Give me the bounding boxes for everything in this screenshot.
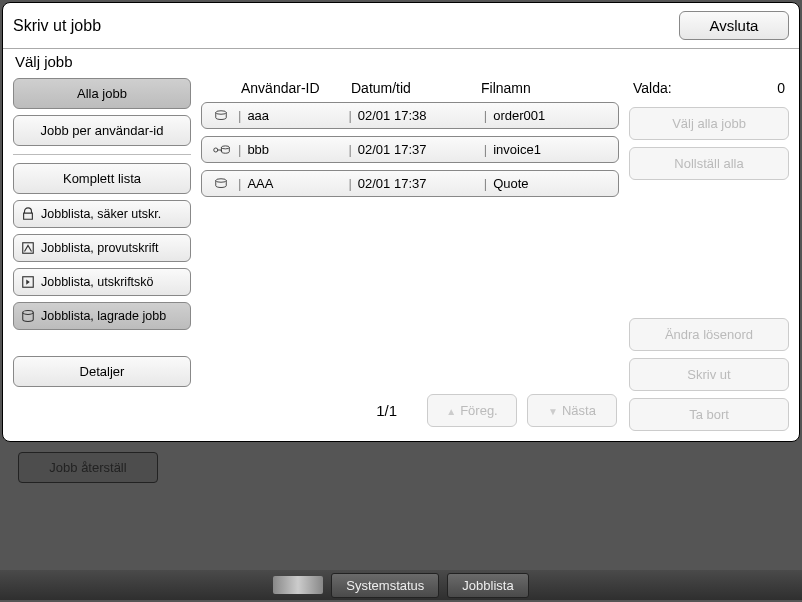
left-sidebar: Alla jobb Jobb per användar-id Komplett … xyxy=(13,78,191,431)
reset-all-button[interactable]: Nollställ alla xyxy=(629,147,789,180)
cell-divider: | xyxy=(238,142,241,157)
titlebar: Skriv ut jobb Avsluta xyxy=(3,3,799,49)
cell-file: order001 xyxy=(493,108,610,123)
svg-point-6 xyxy=(216,178,227,182)
job-row[interactable]: | bbb | 02/01 17:37 | invoice1 xyxy=(201,136,619,163)
delete-button[interactable]: Ta bort xyxy=(629,398,789,431)
filter-label: Jobblista, provutskrift xyxy=(41,241,158,255)
cell-divider: | xyxy=(484,142,487,157)
job-list-button[interactable]: Jobblista xyxy=(447,573,528,598)
cell-divider: | xyxy=(238,176,241,191)
filter-stored-jobs[interactable]: Jobblista, lagrade jobb xyxy=(13,302,191,330)
cell-file: Quote xyxy=(493,176,610,191)
triangle-up-icon: ▲ xyxy=(446,406,456,417)
queue-icon xyxy=(20,274,36,290)
bottom-bar: Systemstatus Jobblista xyxy=(0,570,802,600)
filter-print-queue[interactable]: Jobblista, utskriftskö xyxy=(13,268,191,296)
cell-divider: | xyxy=(484,176,487,191)
filter-label: Jobblista, säker utskr. xyxy=(41,207,161,221)
window-title: Skriv ut jobb xyxy=(13,17,101,35)
filter-label: Jobblista, lagrade jobb xyxy=(41,309,166,323)
cell-divider: | xyxy=(484,108,487,123)
selected-count: 0 xyxy=(777,80,785,96)
page-indicator: 1/1 xyxy=(376,402,397,419)
cell-date: 02/01 17:37 xyxy=(358,142,478,157)
select-all-button[interactable]: Välj alla jobb xyxy=(629,107,789,140)
column-headers: Användar-ID Datum/tid Filnamn xyxy=(201,78,619,102)
disc-icon xyxy=(210,109,232,123)
cell-divider: | xyxy=(348,176,351,191)
job-row[interactable]: | aaa | 02/01 17:38 | order001 xyxy=(201,102,619,129)
right-panel: Valda: 0 Välj alla jobb Nollställ alla Ä… xyxy=(629,78,789,431)
exit-button[interactable]: Avsluta xyxy=(679,11,789,40)
cell-user: AAA xyxy=(247,176,342,191)
pager: 1/1 ▲Föreg. ▼Nästa xyxy=(201,390,619,431)
print-button[interactable]: Skriv ut xyxy=(629,358,789,391)
header-date-time: Datum/tid xyxy=(351,80,481,96)
cell-user: bbb xyxy=(247,142,342,157)
content-area: Alla jobb Jobb per användar-id Komplett … xyxy=(3,72,799,441)
job-reset-button[interactable]: Jobb återställ xyxy=(18,452,158,483)
cell-divider: | xyxy=(238,108,241,123)
header-filename: Filnamn xyxy=(481,80,619,96)
stored-icon xyxy=(20,308,36,324)
cell-file: invoice1 xyxy=(493,142,610,157)
filter-label: Jobblista, utskriftskö xyxy=(41,275,154,289)
triangle-down-icon: ▼ xyxy=(548,406,558,417)
jobs-per-user-button[interactable]: Jobb per användar-id xyxy=(13,115,191,146)
subtitle: Välj jobb xyxy=(3,49,799,72)
complete-list-button[interactable]: Komplett lista xyxy=(13,163,191,194)
divider xyxy=(13,154,191,155)
cell-divider: | xyxy=(348,108,351,123)
job-row[interactable]: | AAA | 02/01 17:37 | Quote xyxy=(201,170,619,197)
key-disc-icon xyxy=(210,143,232,157)
system-status-button[interactable]: Systemstatus xyxy=(331,573,439,598)
job-list-area: Användar-ID Datum/tid Filnamn | aaa | 02… xyxy=(201,78,619,431)
header-user-id: Användar-ID xyxy=(241,80,351,96)
proof-icon xyxy=(20,240,36,256)
svg-point-3 xyxy=(216,110,227,114)
prev-label: Föreg. xyxy=(460,403,498,418)
cell-user: aaa xyxy=(247,108,342,123)
disc-icon xyxy=(210,177,232,191)
change-password-button[interactable]: Ändra lösenord xyxy=(629,318,789,351)
selected-count-row: Valda: 0 xyxy=(629,78,789,100)
filter-proof-print[interactable]: Jobblista, provutskrift xyxy=(13,234,191,262)
svg-point-4 xyxy=(214,147,218,151)
svg-point-5 xyxy=(221,145,229,148)
spacer xyxy=(629,187,789,311)
cell-date: 02/01 17:38 xyxy=(358,108,478,123)
toner-indicator-icon xyxy=(273,576,323,594)
cell-date: 02/01 17:37 xyxy=(358,176,478,191)
cell-divider: | xyxy=(348,142,351,157)
prev-page-button[interactable]: ▲Föreg. xyxy=(427,394,517,427)
filter-secure-print[interactable]: Jobblista, säker utskr. xyxy=(13,200,191,228)
all-jobs-button[interactable]: Alla jobb xyxy=(13,78,191,109)
spacer xyxy=(13,336,191,350)
print-jobs-window: Skriv ut jobb Avsluta Välj jobb Alla job… xyxy=(2,2,800,442)
selected-label: Valda: xyxy=(633,80,672,96)
lock-icon xyxy=(20,206,36,222)
details-button[interactable]: Detaljer xyxy=(13,356,191,387)
svg-point-2 xyxy=(23,311,34,315)
next-label: Nästa xyxy=(562,403,596,418)
next-page-button[interactable]: ▼Nästa xyxy=(527,394,617,427)
